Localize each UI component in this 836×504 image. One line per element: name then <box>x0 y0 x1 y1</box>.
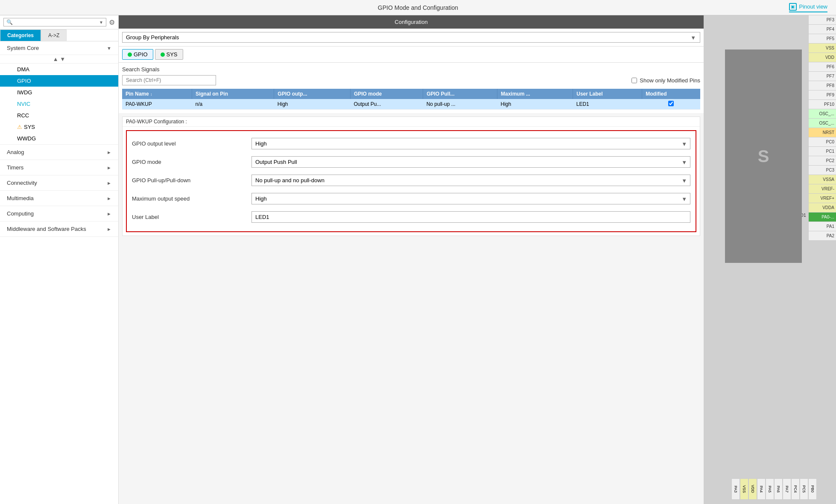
config-row-pull: GPIO Pull-up/Pull-down No pull-up and no… <box>132 175 690 186</box>
show-modified-checkbox[interactable] <box>631 78 637 83</box>
gpio-tab-label: GPIO <box>134 51 148 58</box>
sidebar-item-gpio[interactable]: GPIO <box>0 75 118 87</box>
group-by-select[interactable]: Group By Peripherals Group By Pin <box>122 32 700 43</box>
section-timers: Timers ► <box>0 160 118 175</box>
gpio-output-level-select-wrap: Low High ▼ <box>251 138 690 149</box>
gear-icon[interactable]: ⚙ <box>109 18 115 26</box>
gpio-output-level-select[interactable]: Low High <box>251 138 690 149</box>
sidebar-item-sys[interactable]: ⚠ SYS <box>0 121 118 133</box>
tab-categories[interactable]: Categories <box>0 29 41 41</box>
section-system-core: System Core ▼ ▲ ▼ DMA GPIO IWDG NVIC RCC… <box>0 41 118 144</box>
cell-max-speed: High <box>497 99 573 110</box>
max-speed-select[interactable]: Low Medium High Very High <box>251 193 690 204</box>
connectivity-header[interactable]: Connectivity ► <box>0 175 118 191</box>
cell-gpio-mode: Output Pu... <box>350 99 423 110</box>
pin-nrst: NRST <box>808 128 836 137</box>
sidebar-item-nvic[interactable]: NVIC <box>0 98 118 110</box>
gpio-pull-select-wrap: No pull-up and no pull-down Pull-up Pull… <box>251 175 690 186</box>
pin-pa0[interactable]: PA0-... <box>808 213 836 222</box>
center-scroll: Search Signals Show only Modified Pins P… <box>119 63 704 504</box>
search-input[interactable] <box>15 19 99 25</box>
top-bar-title: GPIO Mode and Configuration <box>378 4 458 11</box>
user-label-input[interactable] <box>251 211 690 223</box>
computing-arrow: ► <box>107 211 111 216</box>
computing-header[interactable]: Computing ► <box>0 206 118 221</box>
col-gpio-mode: GPIO mode <box>350 89 423 99</box>
sidebar-tabs: Categories A->Z <box>0 29 118 41</box>
pinout-view-button[interactable]: ▣ Pinout view <box>789 3 827 12</box>
user-label-label: User Label <box>132 214 251 220</box>
timers-arrow: ► <box>107 165 111 170</box>
pinout-icon: ▣ <box>789 3 797 11</box>
pin-pf7: PF7 <box>808 72 836 81</box>
analog-arrow: ► <box>107 150 111 155</box>
pin-pf9: PF9 <box>808 90 836 100</box>
col-gpio-pull: GPIO Pull... <box>423 89 497 99</box>
section-multimedia: Multimedia ► <box>0 191 118 206</box>
timers-header[interactable]: Timers ► <box>0 160 118 175</box>
analog-header[interactable]: Analog ► <box>0 144 118 160</box>
col-gpio-output: GPIO outp... <box>274 89 351 99</box>
bottom-pin-pa5: PA5 <box>766 478 774 500</box>
pin-pa1: PA1 <box>808 222 836 231</box>
multimedia-header[interactable]: Multimedia ► <box>0 191 118 206</box>
sidebar-item-wwdg[interactable]: WWDG <box>0 133 118 144</box>
middleware-label: Middleware and Software Packs <box>7 226 86 232</box>
right-pin-labels: PF3 PF4 PF5 VSS VDD PF6 PF7 PF8 PF9 PF10… <box>808 15 836 241</box>
expand-arrows[interactable]: ▲ ▼ <box>0 55 118 64</box>
sidebar-item-iwdg[interactable]: IWDG <box>0 87 118 98</box>
sidebar-item-dma[interactable]: DMA <box>0 64 118 75</box>
sidebar-search-header: 🔍 ▼ ⚙ <box>0 15 118 29</box>
gpio-mode-label: GPIO mode <box>132 159 251 165</box>
timers-label: Timers <box>7 164 23 171</box>
pin-table: Pin Name ↕ Signal on Pin GPIO outp... GP… <box>122 89 700 110</box>
system-core-header[interactable]: System Core ▼ <box>0 41 118 55</box>
center-panel: Configuration Group By Peripherals Group… <box>119 15 704 504</box>
pin-pf8: PF8 <box>808 81 836 90</box>
cell-signal: n/a <box>192 99 274 110</box>
pin-pf3: PF3 <box>808 15 836 25</box>
gpio-pull-select[interactable]: No pull-up and no pull-down Pull-up Pull… <box>251 175 690 186</box>
main-layout: 🔍 ▼ ⚙ Categories A->Z System Core ▼ ▲ ▼ … <box>0 15 836 504</box>
table-row[interactable]: PA0-WKUP n/a High Output Pu... No pull-u… <box>122 99 700 110</box>
middleware-arrow: ► <box>107 227 111 232</box>
gpio-pull-label: GPIO Pull-up/Pull-down <box>132 177 251 184</box>
connectivity-arrow: ► <box>107 181 111 186</box>
tab-gpio[interactable]: GPIO <box>122 49 153 60</box>
config-row-max-speed: Maximum output speed Low Medium High Ver… <box>132 193 690 204</box>
tab-sys[interactable]: SYS <box>155 49 183 60</box>
tab-atoz[interactable]: A->Z <box>41 29 67 41</box>
sys-tab-dot <box>161 52 165 57</box>
sys-tab-label: SYS <box>167 51 178 58</box>
sidebar: 🔍 ▼ ⚙ Categories A->Z System Core ▼ ▲ ▼ … <box>0 15 119 504</box>
config-header: Configuration <box>119 15 704 29</box>
sidebar-item-rcc[interactable]: RCC <box>0 110 118 121</box>
show-modified-label: Show only Modified Pins <box>640 77 700 84</box>
top-bar: GPIO Mode and Configuration ▣ Pinout vie… <box>0 0 836 15</box>
multimedia-arrow: ► <box>107 196 111 201</box>
system-core-label: System Core <box>7 45 39 51</box>
config-highlight-box: GPIO output level Low High ▼ GPIO mode <box>126 130 696 232</box>
modified-checkbox <box>668 101 674 106</box>
bottom-pin-pc4: PC4 <box>791 478 800 500</box>
cell-pin-name: PA0-WKUP <box>122 99 192 110</box>
search-signals-input[interactable] <box>122 75 216 85</box>
bottom-pin-pc5: PC5 <box>800 478 808 500</box>
pin-pc1: PC1 <box>808 147 836 156</box>
pin-osc2: OSC_... <box>808 119 836 128</box>
pin-pf4: PF4 <box>808 25 836 34</box>
cell-modified <box>642 99 700 110</box>
chip-area: S <box>725 50 802 263</box>
search-row: Show only Modified Pins <box>122 75 700 85</box>
signals-section: Search Signals Show only Modified Pins P… <box>119 63 704 113</box>
middleware-header[interactable]: Middleware and Software Packs ► <box>0 221 118 237</box>
config-row-user-label: User Label <box>132 211 690 223</box>
pin-config-outer: PA0-WKUP Configuration : GPIO output lev… <box>122 117 700 236</box>
gpio-mode-select[interactable]: Output Push Pull Output Open Drain <box>251 156 690 168</box>
col-max-speed: Maximum ... <box>497 89 573 99</box>
col-signal: Signal on Pin <box>192 89 274 99</box>
pin-vrefp: VREF+ <box>808 194 836 203</box>
pin-pf6: PF6 <box>808 62 836 72</box>
search-box[interactable]: 🔍 ▼ <box>3 18 106 26</box>
pin-vdd1: VDD <box>808 53 836 62</box>
